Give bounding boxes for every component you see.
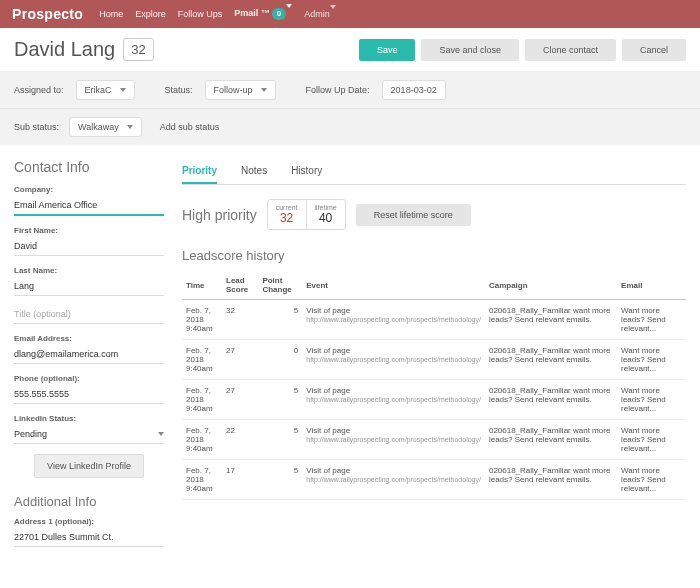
cell-score: 17	[222, 460, 258, 500]
lastname-label: Last Name:	[14, 266, 164, 275]
table-row: Feb. 7, 20189:40am175Visit of pagehttp:/…	[182, 460, 686, 500]
lastname-input[interactable]: Lang	[14, 278, 164, 296]
nav-home[interactable]: Home	[99, 9, 123, 19]
cell-campaign: 020618_Rally_Familiar want more leads? S…	[485, 300, 617, 340]
topbar: Prospecto Home Explore Follow Ups Pmail …	[0, 0, 700, 28]
linkedin-status-label: LinkedIn Status:	[14, 414, 164, 423]
cell-change: 5	[258, 380, 302, 420]
save-button[interactable]: Save	[359, 39, 416, 61]
tab-history[interactable]: History	[291, 159, 322, 184]
cell-score: 32	[222, 300, 258, 340]
firstname-input[interactable]: David	[14, 238, 164, 256]
lifetime-value: 40	[315, 211, 337, 225]
table-row: Feb. 7, 20189:40am275Visit of pagehttp:/…	[182, 380, 686, 420]
table-header: Event	[302, 271, 485, 300]
substatus-select[interactable]: Walkaway	[69, 117, 142, 137]
email-input[interactable]: dlang@emailamerica.com	[14, 346, 164, 364]
cell-event: Visit of pagehttp://www.rallyprospecting…	[302, 380, 485, 420]
clone-button[interactable]: Clone contact	[525, 39, 616, 61]
company-label: Company:	[14, 185, 164, 194]
nav-links: Home Explore Follow Ups Pmail ™0 Admin	[99, 8, 336, 20]
tab-priority[interactable]: Priority	[182, 159, 217, 184]
table-header: Time	[182, 271, 222, 300]
leadscore-table: TimeLead ScorePoint ChangeEventCampaignE…	[182, 271, 686, 500]
address-label: Address 1 (optional):	[14, 517, 164, 526]
chevron-down-icon	[286, 4, 292, 18]
cell-event: Visit of pagehttp://www.rallyprospecting…	[302, 340, 485, 380]
cancel-button[interactable]: Cancel	[622, 39, 686, 61]
followup-date-input[interactable]: 2018-03-02	[382, 80, 446, 100]
cell-change: 5	[258, 420, 302, 460]
cell-campaign: 020618_Rally_Familiar want more leads? S…	[485, 340, 617, 380]
sub-filter-bar: Sub status: Walkaway Add sub status	[0, 108, 700, 145]
address-input[interactable]: 22701 Dulles Summit Ct.	[14, 529, 164, 547]
firstname-label: First Name:	[14, 226, 164, 235]
company-input[interactable]: Email America Office	[14, 197, 164, 216]
table-header: Point Change	[258, 271, 302, 300]
cell-campaign: 020618_Rally_Familiar want more leads? S…	[485, 460, 617, 500]
cell-score: 27	[222, 340, 258, 380]
tab-notes[interactable]: Notes	[241, 159, 267, 184]
table-header: Email	[617, 271, 686, 300]
table-header: Campaign	[485, 271, 617, 300]
linkedin-status-select[interactable]: Pending	[14, 426, 164, 444]
view-linkedin-button[interactable]: View LinkedIn Profile	[34, 454, 144, 478]
cell-campaign: 020618_Rally_Familiar want more leads? S…	[485, 420, 617, 460]
contact-info-heading: Contact Info	[14, 159, 164, 175]
cell-time: Feb. 7, 20189:40am	[182, 340, 222, 380]
cell-campaign: 020618_Rally_Familiar want more leads? S…	[485, 380, 617, 420]
contact-name: David Lang	[14, 38, 115, 61]
cell-score: 27	[222, 380, 258, 420]
table-row: Feb. 7, 20189:40am225Visit of pagehttp:/…	[182, 420, 686, 460]
phone-input[interactable]: 555.555.5555	[14, 386, 164, 404]
table-row: Feb. 7, 20189:40am325Visit of pagehttp:/…	[182, 300, 686, 340]
table-row: Feb. 7, 20189:40am270Visit of pagehttp:/…	[182, 340, 686, 380]
cell-email: Want more leads? Send relevant...	[617, 380, 686, 420]
table-header: Lead Score	[222, 271, 258, 300]
cell-email: Want more leads? Send relevant...	[617, 420, 686, 460]
tabs: Priority Notes History	[182, 159, 686, 185]
nav-admin[interactable]: Admin	[304, 9, 336, 19]
cell-change: 5	[258, 300, 302, 340]
cell-event: Visit of pagehttp://www.rallyprospecting…	[302, 420, 485, 460]
nav-followups[interactable]: Follow Ups	[178, 9, 223, 19]
phone-label: Phone (optional):	[14, 374, 164, 383]
chevron-down-icon	[330, 5, 336, 19]
cell-email: Want more leads? Send relevant...	[617, 300, 686, 340]
substatus-label: Sub status:	[14, 122, 59, 132]
cell-event: Visit of pagehttp://www.rallyprospecting…	[302, 300, 485, 340]
cell-event: Visit of pagehttp://www.rallyprospecting…	[302, 460, 485, 500]
nav-pmail[interactable]: Pmail ™0	[234, 8, 292, 20]
current-value: 32	[276, 211, 298, 225]
cell-time: Feb. 7, 20189:40am	[182, 420, 222, 460]
priority-heading: High priority	[182, 207, 257, 223]
history-heading: Leadscore history	[182, 248, 686, 263]
additional-info-heading: Additional Info	[14, 494, 164, 509]
assigned-select[interactable]: ErikaC	[76, 80, 135, 100]
assigned-label: Assigned to:	[14, 85, 64, 95]
brand-logo[interactable]: Prospecto	[12, 6, 83, 22]
nav-explore[interactable]: Explore	[135, 9, 166, 19]
email-label: Email Address:	[14, 334, 164, 343]
add-substatus-button[interactable]: Add sub status	[152, 118, 228, 136]
cell-change: 5	[258, 460, 302, 500]
chevron-down-icon	[120, 88, 126, 92]
save-close-button[interactable]: Save and close	[421, 39, 519, 61]
cell-change: 0	[258, 340, 302, 380]
status-select[interactable]: Follow-up	[205, 80, 276, 100]
page-header: David Lang 32 Save Save and close Clone …	[0, 28, 700, 72]
cell-score: 22	[222, 420, 258, 460]
title-input[interactable]: Title (optional)	[14, 306, 164, 324]
pmail-badge: 0	[272, 8, 286, 20]
chevron-down-icon	[261, 88, 267, 92]
cell-time: Feb. 7, 20189:40am	[182, 460, 222, 500]
followup-label: Follow Up Date:	[306, 85, 370, 95]
current-label: current	[276, 204, 298, 211]
cell-time: Feb. 7, 20189:40am	[182, 300, 222, 340]
chevron-down-icon	[127, 125, 133, 129]
main-panel: Priority Notes History High priority cur…	[182, 159, 686, 557]
reset-lifetime-button[interactable]: Reset lifetime score	[356, 204, 471, 226]
filter-bar: Assigned to: ErikaC Status: Follow-up Fo…	[0, 72, 700, 108]
lifetime-label: lifetime	[315, 204, 337, 211]
sidebar: Contact Info Company:Email America Offic…	[14, 159, 164, 557]
